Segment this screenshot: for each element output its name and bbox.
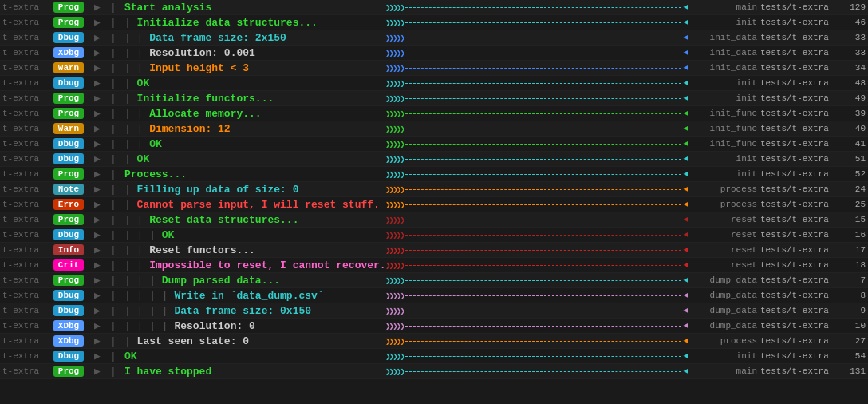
log-badge: XDbg [48, 47, 89, 58]
log-linenum: 41 [840, 139, 868, 149]
log-pipe2: | [105, 93, 121, 105]
log-badge: Prog [48, 108, 89, 119]
badge-label: Dbug [53, 290, 84, 301]
log-func: init_data [688, 63, 760, 73]
log-message: OK [121, 351, 385, 362]
log-pipe: ▶ [89, 213, 105, 226]
log-prefix: t-extra [0, 154, 48, 164]
log-message-text: OK [149, 138, 162, 150]
log-func: init_func [688, 139, 760, 149]
log-func: init_func [688, 124, 760, 133]
log-message: | OK [121, 153, 385, 165]
log-pipe2: | [105, 153, 121, 165]
log-file: tests/t-extra [760, 321, 840, 331]
log-arrows: ❯❯❯❯❯ ◄ [385, 351, 688, 362]
badge-label: XDbg [53, 320, 84, 331]
log-prefix: t-extra [0, 215, 48, 224]
log-message-text: Cannot parse input, I will reset stuff. [137, 199, 380, 211]
log-prefix: t-extra [0, 109, 48, 118]
log-badge: Note [48, 184, 89, 195]
log-prefix: t-extra [0, 139, 48, 149]
log-prefix: t-extra [0, 93, 48, 103]
log-func: init_data [688, 33, 760, 42]
log-file: tests/t-extra [760, 366, 840, 376]
log-pipe: ▶ [89, 16, 105, 29]
badge-label: Warn [53, 62, 84, 73]
badge-label: Prog [53, 93, 84, 104]
log-linenum: 48 [840, 78, 868, 88]
log-pipe: ▶ [89, 228, 105, 241]
log-pipe: ▶ [89, 46, 105, 59]
log-pipe: ▶ [89, 122, 105, 135]
log-arrows: ❯❯❯❯❯ ◄ [385, 124, 688, 134]
log-message: I have stopped [121, 366, 385, 378]
log-prefix: t-extra [0, 200, 48, 209]
table-row: t-extra Dbug ▶ | | | OK ❯❯❯❯❯ ◄ init_fun… [0, 137, 868, 152]
log-arrows: ❯❯❯❯❯ ◄ [385, 78, 688, 89]
badge-label: Prog [53, 214, 84, 225]
log-prefix: t-extra [0, 48, 48, 57]
log-func: init [688, 18, 760, 27]
log-pipe2: | [105, 199, 121, 211]
log-file: tests/t-extra [760, 78, 840, 88]
log-prefix: t-extra [0, 169, 48, 179]
log-badge: Crit [48, 259, 89, 271]
log-linenum: 18 [840, 260, 868, 270]
log-func: reset [688, 215, 760, 224]
log-message: | Last seen state: 0 [121, 335, 385, 347]
log-message: | | | | Data frame size: 0x150 [121, 305, 385, 317]
log-message-text: Initialize functors... [137, 93, 274, 105]
log-file: tests/t-extra [760, 230, 840, 240]
log-message: | | | Dump parsed data... [121, 275, 385, 287]
table-row: t-extra Prog ▶ | Start analysis ❯❯❯❯❯ ◄ … [0, 0, 868, 15]
log-file: tests/t-extra [760, 169, 840, 179]
log-message-text: Impossible to reset, I cannot recover. [149, 259, 385, 271]
log-prefix: t-extra [0, 2, 48, 12]
badge-label: Prog [53, 17, 84, 28]
log-pipe: ▶ [89, 77, 105, 89]
log-prefix: t-extra [0, 245, 48, 255]
badge-label: Warn [53, 123, 84, 134]
badge-label: XDbg [53, 335, 84, 347]
badge-label: Dbug [53, 153, 84, 164]
log-pipe: ▶ [89, 168, 105, 180]
log-pipe: ▶ [89, 152, 105, 165]
table-row: t-extra Dbug ▶ | | | | | Write in `data_… [0, 288, 868, 303]
log-file: tests/t-extra [760, 351, 840, 361]
log-pipe2: | [105, 335, 121, 347]
log-message: | | Input height < 3 [121, 62, 385, 74]
log-func: init [688, 93, 760, 103]
log-arrows: ❯❯❯❯❯ ◄ [385, 18, 688, 28]
table-row: t-extra Note ▶ | | Filling up data of si… [0, 182, 868, 197]
log-file: tests/t-extra [760, 291, 840, 300]
log-file: tests/t-extra [760, 93, 840, 103]
log-badge: Dbug [48, 290, 89, 301]
log-badge: XDbg [48, 335, 89, 347]
log-linenum: 25 [840, 200, 868, 209]
log-func: reset [688, 245, 760, 255]
badge-label: Erro [53, 199, 84, 210]
log-message: | Filling up data of size: 0 [121, 184, 385, 196]
badge-label: XDbg [53, 47, 84, 58]
log-badge: Dbug [48, 229, 89, 240]
log-arrows: ❯❯❯❯❯ ◄ [385, 245, 688, 255]
log-message-text: Write in `data_dump.csv` [174, 290, 323, 302]
table-row: t-extra Prog ▶ | I have stopped ❯❯❯❯❯ ◄ … [0, 364, 868, 379]
log-message: | | Dimension: 12 [121, 123, 385, 135]
log-badge: Prog [48, 366, 89, 377]
log-func: init [688, 169, 760, 179]
log-badge: Dbug [48, 138, 89, 149]
log-file: tests/t-extra [760, 336, 840, 346]
log-func: init [688, 351, 760, 361]
table-row: t-extra XDbg ▶ | | | Resolution: 0.001 ❯… [0, 46, 868, 61]
log-file: tests/t-extra [760, 48, 840, 57]
log-message-text: Initialize data structures... [137, 17, 318, 29]
log-message-text: Filling up data of size: 0 [137, 184, 299, 196]
log-badge: Dbug [48, 305, 89, 316]
log-message: Start analysis [121, 2, 385, 14]
log-pipe2: | [105, 366, 121, 378]
log-pipe2: | [105, 32, 121, 44]
log-message-text: Last seen state: 0 [137, 335, 249, 347]
log-pipe2: | [105, 259, 121, 271]
log-pipe: ▶ [89, 274, 105, 287]
